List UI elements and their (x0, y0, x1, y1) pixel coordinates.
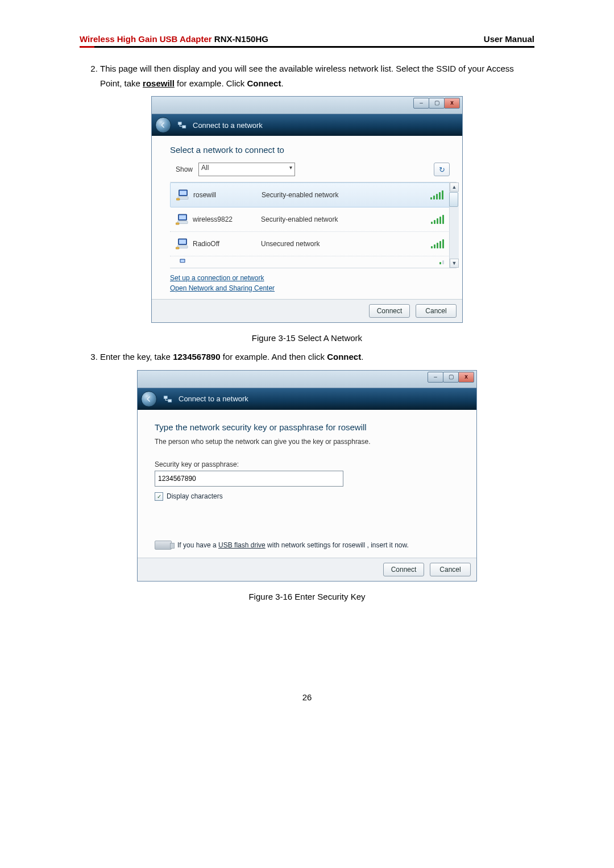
svg-rect-9 (176, 223, 179, 225)
setup-connection-link[interactable]: Set up a connection or network (170, 274, 264, 282)
passphrase-input[interactable] (155, 471, 343, 487)
computer-icon (173, 189, 193, 201)
maximize-button[interactable]: ▢ (429, 98, 445, 109)
scrollbar[interactable]: ▲ ▼ (449, 182, 459, 268)
svg-rect-7 (179, 215, 186, 220)
maximize-button[interactable]: ▢ (443, 372, 459, 383)
figure-caption: Figure 3-16 Enter Security Key (80, 592, 534, 601)
svg-rect-1 (182, 126, 186, 128)
heading: Select a network to connect to (170, 145, 450, 155)
checkbox-label: Display characters (167, 492, 223, 500)
network-item[interactable]: rosewill Security-enabled network (170, 182, 457, 207)
usb-icon (155, 541, 172, 550)
minimize-button[interactable]: – (428, 372, 443, 383)
header-title: Wireless High Gain USB Adapter RNX-N150H… (80, 34, 268, 44)
show-dropdown[interactable]: All (198, 163, 295, 176)
svg-rect-16 (164, 396, 167, 398)
nav-bar: Connect to a network (152, 114, 462, 136)
subtext: The person who setup the network can giv… (155, 438, 459, 446)
computer-icon (172, 259, 193, 265)
network-item[interactable]: wireless9822 Security-enabled network (170, 207, 457, 232)
show-label: Show (176, 165, 193, 173)
ssid: wireless9822 (193, 215, 261, 223)
show-value: All (201, 164, 209, 172)
display-characters-checkbox[interactable]: ✓ (155, 492, 163, 501)
header-right: User Manual (484, 34, 534, 44)
passphrase-label: Security key or passphrase: (155, 460, 459, 468)
minimize-button[interactable]: – (413, 98, 429, 109)
refresh-icon: ↻ (439, 165, 445, 174)
security-type: Security-enabled network (262, 191, 430, 199)
select-network-window: – ▢ x Connect to a network Select a netw… (151, 96, 463, 323)
network-item-partial[interactable] (170, 256, 457, 268)
svg-rect-3 (180, 191, 186, 196)
header-model: RNX-N150HG (212, 34, 268, 44)
open-sharing-center-link[interactable]: Open Network and Sharing Center (170, 284, 275, 292)
cancel-button[interactable]: Cancel (416, 304, 457, 318)
svg-rect-13 (176, 247, 179, 249)
title-bar: – ▢ x (152, 97, 462, 114)
network-item[interactable]: RadioOff Unsecured network (170, 232, 457, 256)
signal-icon (439, 260, 444, 264)
scroll-thumb[interactable] (449, 192, 458, 207)
heading: Type the network security key or passphr… (155, 422, 459, 432)
back-button[interactable] (155, 117, 171, 133)
computer-icon (172, 238, 193, 250)
signal-icon (431, 239, 444, 248)
security-type: Unsecured network (261, 240, 431, 248)
ssid: rosewill (193, 191, 262, 199)
title-bar: – ▢ x (138, 371, 476, 388)
svg-rect-11 (179, 240, 186, 244)
security-type: Security-enabled network (261, 215, 431, 223)
window-title: Connect to a network (193, 121, 263, 130)
close-button[interactable]: x (458, 372, 474, 383)
page-header: Wireless High Gain USB Adapter RNX-N150H… (80, 34, 534, 46)
svg-rect-15 (181, 260, 185, 262)
ssid: RadioOff (193, 240, 261, 248)
header-rule (80, 46, 534, 48)
signal-icon (431, 215, 444, 224)
window-title: Connect to a network (179, 394, 248, 403)
nav-bar: Connect to a network (138, 388, 476, 410)
svg-rect-5 (176, 198, 180, 200)
page-number: 26 (80, 692, 534, 702)
network-list: rosewill Security-enabled network wirele… (170, 182, 457, 268)
security-key-window: – ▢ x Connect to a network Type the netw… (137, 370, 477, 582)
computer-icon (172, 213, 193, 226)
header-title-red: Wireless High Gain USB Adapter (80, 34, 212, 44)
figure-caption: Figure 3-15 Select A Network (80, 333, 534, 343)
close-button[interactable]: x (444, 98, 460, 109)
usb-hint: If you have a USB flash drive with netwo… (177, 541, 409, 549)
svg-rect-17 (168, 399, 172, 402)
connect-button[interactable]: Connect (383, 563, 424, 576)
step-3: Enter the key, take 1234567890 for examp… (100, 350, 534, 364)
network-icon (177, 120, 187, 130)
step-2: This page will then display and you will… (100, 61, 534, 90)
cancel-button[interactable]: Cancel (430, 563, 471, 576)
arrow-left-icon (145, 395, 153, 403)
scroll-down-icon[interactable]: ▼ (450, 259, 459, 268)
svg-rect-0 (178, 122, 181, 125)
scroll-up-icon[interactable]: ▲ (450, 182, 459, 192)
signal-icon (430, 190, 443, 200)
arrow-left-icon (159, 121, 167, 129)
connect-button[interactable]: Connect (369, 304, 410, 318)
refresh-button[interactable]: ↻ (434, 163, 450, 176)
back-button[interactable] (141, 391, 157, 407)
network-icon (163, 394, 173, 404)
